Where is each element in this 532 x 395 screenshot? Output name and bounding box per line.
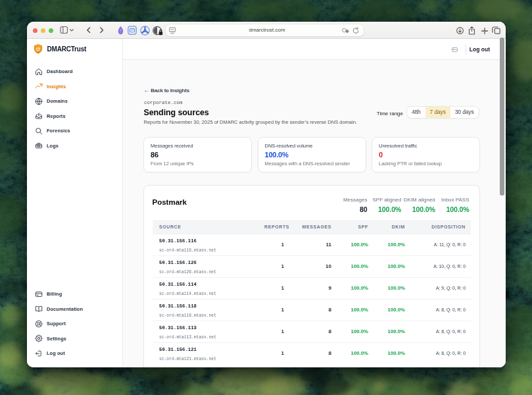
svg-text:@: @ (36, 46, 40, 52)
